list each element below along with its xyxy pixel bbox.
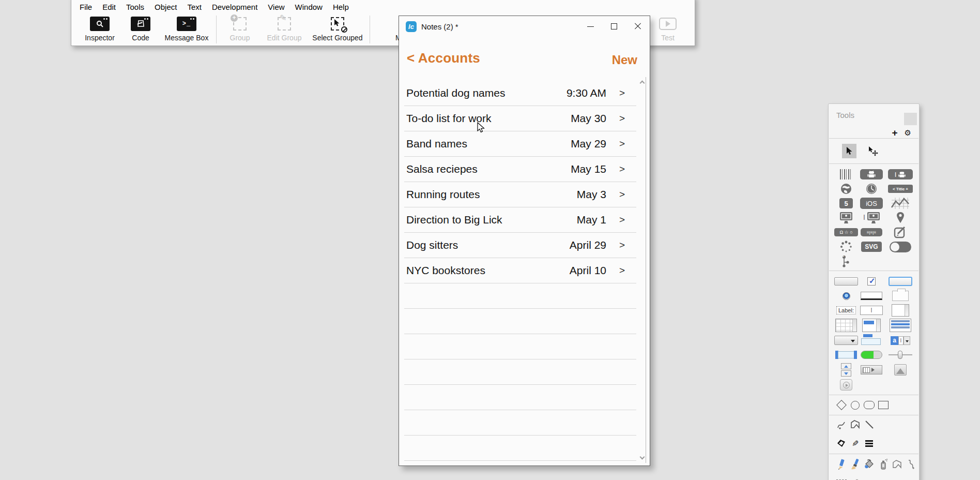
android-widget-icon[interactable] (860, 169, 883, 179)
polygon-select-tool-icon[interactable] (890, 460, 904, 469)
combo-box-tool-icon[interactable] (861, 334, 882, 347)
menu-tools[interactable]: Tools (121, 3, 149, 11)
option-menu-tool-icon[interactable] (834, 336, 858, 345)
list-item[interactable]: NYC bookstores April 10 > (404, 258, 636, 283)
rectangle-tool-icon[interactable] (876, 401, 890, 409)
ios-native-widget-icon[interactable]: iOS (860, 198, 883, 209)
font-menu-tool-icon[interactable]: aI (891, 335, 910, 346)
lasso-tool-icon[interactable] (904, 459, 918, 470)
tab-panel-tool-icon[interactable] (892, 291, 909, 301)
default-button-tool-icon[interactable] (889, 277, 912, 286)
note-title: Potential dog names (406, 87, 542, 99)
freehand-polygon-tool-icon[interactable] (834, 439, 848, 448)
menu-window[interactable]: Window (290, 3, 328, 11)
regular-polygon-tool-icon[interactable] (834, 401, 848, 409)
gear-icon[interactable]: ⚙ (905, 129, 911, 137)
radio-button-tool-icon[interactable] (843, 292, 850, 300)
close-button[interactable] (626, 16, 650, 37)
text-entry-tool-icon[interactable]: I (860, 306, 883, 315)
list-item[interactable]: Dog sitters April 29 > (404, 233, 636, 258)
icon-picker-widget-icon[interactable]: Ω ☆ ○ (834, 228, 858, 236)
scrollbar-field-tool-icon[interactable] (862, 319, 881, 332)
header-bar-widget-icon[interactable]: < Title + (888, 185, 913, 193)
menu-object[interactable]: Object (149, 3, 182, 11)
browser-widget-icon[interactable] (833, 183, 860, 194)
maximize-button[interactable] (602, 16, 626, 37)
curve-tool-icon[interactable] (834, 419, 848, 430)
rounded-rectangle-tool-icon[interactable] (862, 401, 876, 409)
bucket-fill-tool-icon[interactable] (862, 459, 876, 470)
menu-development[interactable]: Development (207, 3, 263, 11)
mac-text-entry-widget-icon[interactable]: I (860, 212, 883, 224)
paint-brush-tool-icon[interactable] (848, 459, 862, 470)
toolbar-inspector[interactable]: Inspector (78, 16, 121, 42)
oval-tool-icon[interactable] (848, 401, 862, 410)
html5-widget-icon[interactable]: 5 (839, 198, 853, 208)
pencil-tool-icon[interactable]: ✎ (848, 439, 862, 448)
compose-widget-icon[interactable] (883, 226, 917, 239)
group-box-tool-icon[interactable] (861, 292, 882, 300)
toolbar-code[interactable]: Code (121, 16, 160, 42)
browse-pointer-tool[interactable] (842, 144, 856, 158)
add-icon[interactable]: + (892, 128, 897, 138)
line-graph-widget-icon[interactable] (883, 197, 917, 209)
line-tool-icon[interactable] (862, 420, 876, 429)
list-item[interactable]: Band names May 29 > (404, 131, 636, 157)
menu-view[interactable]: View (263, 3, 289, 11)
tree-view-widget-icon[interactable]: + (833, 254, 860, 268)
minimize-button[interactable] (578, 16, 602, 37)
tape-player-tool-icon[interactable] (861, 365, 882, 374)
paint-pencil-tool-icon[interactable] (834, 459, 848, 470)
list-item[interactable]: Salsa reciepes May 15 > (404, 157, 636, 182)
notes-titlebar[interactable]: lc Notes (2) * (399, 16, 650, 37)
editable-field-tool-icon[interactable] (835, 350, 857, 360)
toolbar-select-grouped[interactable]: Select Grouped (308, 16, 367, 42)
menu-file[interactable]: File (74, 3, 97, 11)
android-text-entry-widget-icon[interactable]: I (888, 169, 913, 179)
list-item[interactable]: Potential dog names 9:30 AM > (404, 81, 636, 106)
barcode-widget-icon[interactable] (840, 169, 852, 179)
list-scrollbar[interactable] (639, 77, 646, 463)
svg-path-widget-icon[interactable]: SVG (861, 242, 882, 252)
pointer-move-tool[interactable] (866, 144, 880, 158)
toolbar-test[interactable]: Test (649, 16, 686, 42)
menu-text[interactable]: Text (182, 3, 207, 11)
button-tool-icon[interactable] (834, 277, 858, 286)
image-area-tool-icon[interactable] (894, 364, 907, 376)
spray-can-tool-icon[interactable] (876, 459, 890, 470)
scroll-down-icon[interactable] (640, 455, 645, 460)
label-tool-icon[interactable]: Label: (836, 306, 856, 314)
scroll-up-icon[interactable] (640, 81, 645, 86)
progress-bar-tool-icon[interactable] (861, 351, 882, 359)
toolbar-message-box[interactable]: >_ Message Box (160, 16, 213, 42)
segmented-control-widget-icon[interactable]: ≡|≡|≡ (861, 228, 882, 236)
clock-widget-icon[interactable] (860, 183, 883, 194)
scrolling-field-tool-icon[interactable] (892, 304, 909, 317)
mac-screen-widget-icon[interactable] (833, 212, 860, 224)
map-pin-widget-icon[interactable] (883, 212, 917, 224)
toolbar-group[interactable]: + Group (219, 16, 261, 42)
player-tool-icon[interactable] (840, 379, 852, 391)
menu-help[interactable]: Help (328, 3, 354, 11)
toolbar-edit-group[interactable]: ✎ Edit Group (261, 16, 308, 42)
livecode-logo-icon: lc (406, 21, 417, 32)
list-item[interactable]: To-do list for work May 30 > (404, 106, 636, 131)
checkbox-tool-icon[interactable] (867, 277, 876, 286)
switch-widget-icon[interactable] (890, 242, 911, 252)
toolbar-separator (216, 16, 217, 43)
list-field-tool-icon[interactable] (890, 319, 911, 332)
empty-list-row (404, 436, 636, 461)
activity-spinner-widget-icon[interactable] (833, 241, 860, 253)
polygon-tool-icon[interactable] (848, 420, 862, 429)
back-to-accounts-button[interactable]: < Accounts (407, 50, 480, 66)
palette-corner-box[interactable] (904, 113, 917, 125)
list-item[interactable]: Running routes May 3 > (404, 182, 636, 207)
menu-edit[interactable]: Edit (97, 3, 121, 11)
table-field-tool-icon[interactable] (835, 319, 857, 332)
slider-tool-icon[interactable] (889, 350, 912, 359)
new-note-button[interactable]: New (612, 53, 637, 67)
list-item[interactable]: Direction to Big Lick May 1 > (404, 207, 636, 233)
lines-tool-icon[interactable] (862, 440, 876, 447)
stepper-tool-icon[interactable] (841, 363, 851, 377)
toolbar-separator (370, 16, 370, 43)
